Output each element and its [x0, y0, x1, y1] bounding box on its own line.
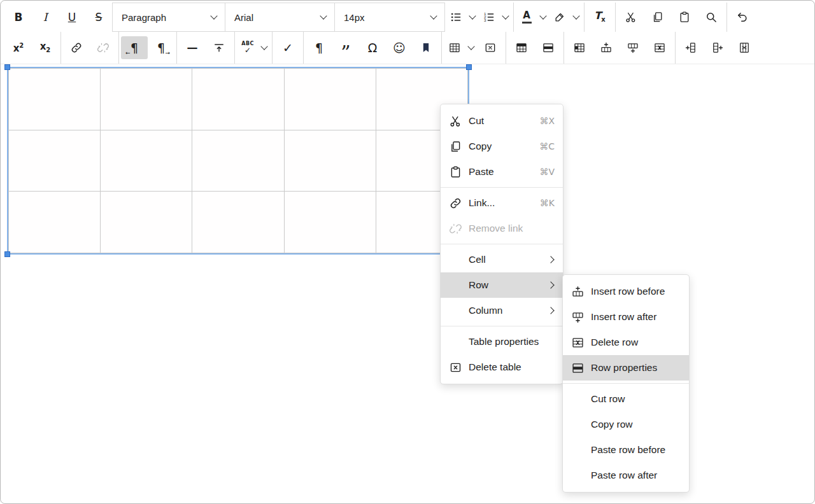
italic-button[interactable]: I — [32, 6, 59, 29]
special-character-button[interactable]: Ω — [359, 36, 386, 59]
table-cell[interactable] — [9, 130, 101, 192]
remove-link-button[interactable] — [90, 36, 117, 59]
insert-row-after-button[interactable] — [620, 36, 646, 59]
page-break-button[interactable] — [206, 36, 232, 59]
insert-link-button[interactable] — [63, 36, 90, 59]
numbered-list-button[interactable] — [478, 6, 500, 29]
subscript-base: x — [40, 41, 46, 52]
context-menu-item-table-properties[interactable]: Table properties — [441, 329, 563, 354]
selection-handle-top-right[interactable] — [466, 64, 472, 70]
checkmark-button[interactable]: ✓ — [274, 36, 301, 59]
copy-icon — [448, 139, 463, 154]
toolbar-separator — [615, 3, 616, 32]
insert-column-before-button[interactable] — [677, 36, 704, 59]
table-cell[interactable] — [101, 69, 192, 130]
submenu-item-copy-row[interactable]: Copy row — [563, 412, 689, 437]
block-format-select[interactable]: Paragraph — [113, 3, 225, 31]
emoji-button[interactable]: ☺ — [386, 36, 413, 59]
context-menu-item-cut[interactable]: Cut ⌘X — [441, 108, 563, 134]
row-properties-button[interactable] — [535, 36, 562, 59]
bullet-list-dropdown[interactable] — [467, 6, 478, 29]
context-menu-item-copy[interactable]: Copy ⌘C — [441, 134, 563, 159]
submenu-item-delete-row[interactable]: Delete row — [563, 330, 689, 355]
submenu-item-cut-row[interactable]: Cut row — [563, 386, 689, 412]
strikethrough-button[interactable]: S — [85, 6, 112, 29]
table-cell[interactable] — [101, 192, 192, 253]
table-cell[interactable] — [9, 69, 101, 130]
submenu-item-row-properties[interactable]: Row properties — [563, 355, 689, 381]
bullet-list-button[interactable] — [445, 6, 467, 29]
delete-table-button[interactable] — [477, 36, 504, 59]
clear-formatting-button[interactable]: Tx — [586, 6, 613, 29]
submenu-item-paste-row-before[interactable]: Paste row before — [563, 437, 689, 463]
cut-icon — [448, 113, 463, 129]
text-color-button[interactable]: A — [516, 6, 537, 29]
block-format-value: Paragraph — [122, 12, 166, 23]
search-button[interactable] — [698, 6, 725, 29]
underline-button[interactable]: U — [59, 6, 85, 29]
text-color-letter: A — [523, 11, 530, 20]
clear-formatting-t: T — [594, 10, 601, 22]
highlight-color-button[interactable] — [549, 6, 570, 29]
subscript-button[interactable]: x2 — [32, 36, 59, 59]
spellcheck-dropdown[interactable] — [259, 36, 270, 59]
submenu-item-paste-row-after[interactable]: Paste row after — [563, 463, 689, 488]
context-menu-item-row[interactable]: Row — [441, 272, 563, 298]
copy-button[interactable] — [644, 6, 671, 29]
unlink-icon — [97, 41, 110, 54]
paste-button[interactable] — [671, 6, 698, 29]
table-cell[interactable] — [284, 130, 376, 192]
context-menu-item-link[interactable]: Link... ⌘K — [441, 190, 563, 216]
context-menu-item-column[interactable]: Column — [441, 298, 563, 323]
rtl-button[interactable]: ¶→ — [148, 36, 174, 59]
selection-handle-bottom-left[interactable] — [4, 251, 10, 257]
menu-item-label: Link... — [469, 197, 534, 209]
context-menu-item-delete-table[interactable]: Delete table — [441, 354, 563, 380]
table-cell[interactable] — [284, 69, 376, 130]
submenu-item-insert-row-after[interactable]: Insert row after — [563, 304, 689, 330]
delete-row-icon — [653, 41, 666, 54]
undo-button[interactable] — [729, 6, 756, 29]
spellcheck-split: ABC✓ — [237, 36, 270, 59]
numbered-list-dropdown[interactable] — [500, 6, 511, 29]
text-color-dropdown[interactable] — [537, 6, 549, 29]
insert-row-before-button[interactable] — [593, 36, 620, 59]
menu-divider — [441, 326, 563, 326]
editor-table[interactable] — [8, 68, 468, 253]
blockquote-button[interactable]: ” — [332, 36, 359, 59]
table-cell[interactable] — [101, 130, 192, 192]
table-cell[interactable] — [192, 69, 284, 130]
spellcheck-button[interactable]: ABC✓ — [237, 36, 259, 59]
context-menu-item-cell[interactable]: Cell — [441, 247, 563, 272]
superscript-button[interactable]: x2 — [5, 36, 32, 59]
subscript-icon: x2 — [40, 42, 51, 53]
table-properties-button[interactable] — [508, 36, 535, 59]
table-cell[interactable] — [284, 192, 376, 253]
cell-properties-button[interactable] — [566, 36, 593, 59]
paragraph-marks-button[interactable]: ¶ — [306, 36, 332, 59]
ltr-button[interactable]: ¶← — [121, 36, 148, 59]
delete-row-button[interactable] — [646, 36, 673, 59]
delete-column-button[interactable] — [731, 36, 758, 59]
chevron-right-icon — [547, 281, 554, 288]
bookmark-button[interactable] — [413, 36, 439, 59]
table-button[interactable] — [444, 36, 465, 59]
bold-button[interactable]: B — [5, 6, 32, 29]
table-cell[interactable] — [192, 130, 284, 192]
table-cell[interactable] — [192, 192, 284, 253]
submenu-item-insert-row-before[interactable]: Insert row before — [563, 279, 689, 304]
font-size-select[interactable]: 14px — [334, 3, 444, 31]
menu-item-shortcut: ⌘C — [539, 141, 555, 151]
cut-button[interactable] — [618, 6, 644, 29]
table-dropdown[interactable] — [465, 36, 477, 59]
horizontal-rule-button[interactable]: — — [179, 36, 206, 59]
selection-handle-top-left[interactable] — [4, 64, 10, 70]
insert-column-after-button[interactable] — [704, 36, 731, 59]
context-menu-item-paste[interactable]: Paste ⌘V — [441, 159, 563, 185]
table-cell[interactable] — [9, 192, 101, 253]
font-family-select[interactable]: Arial — [225, 3, 334, 31]
selected-table[interactable] — [7, 67, 469, 255]
context-menu-item-remove-link[interactable]: Remove link — [441, 216, 563, 241]
highlight-color-dropdown[interactable] — [570, 6, 582, 29]
bookmark-icon — [420, 41, 432, 54]
